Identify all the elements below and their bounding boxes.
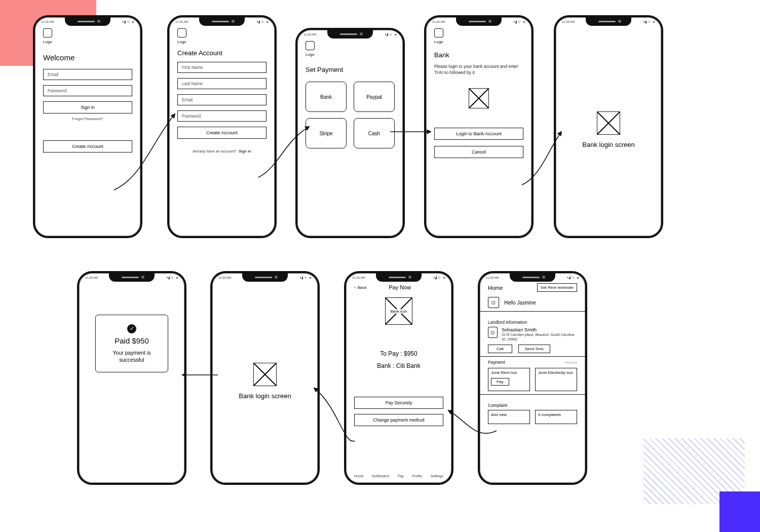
forgot-password-link[interactable]: Forgot Password? xyxy=(43,117,132,121)
payment-section-title: Payment xyxy=(488,360,505,365)
bank-icon-label: Bank icon xyxy=(390,309,408,314)
logo-placeholder xyxy=(177,28,186,37)
landlord-section-title: Landlord information xyxy=(488,320,577,325)
divider xyxy=(480,356,585,357)
logo-placeholder xyxy=(43,28,52,37)
status-icons: ▮◢ ᯤ ▣ xyxy=(567,276,579,279)
complaint-section-title: Complaint xyxy=(488,403,577,408)
already-account-line: Already have an account? Sign in xyxy=(177,149,267,154)
payment-option-stripe[interactable]: Stripe xyxy=(306,118,347,148)
sign-in-button[interactable]: Sign in xyxy=(43,101,132,113)
phone-notch xyxy=(586,17,631,26)
check-circle-icon: ✓ xyxy=(127,324,136,333)
nav-profile[interactable]: Profile xyxy=(412,474,422,478)
login-bank-button[interactable]: Login to Bank Account xyxy=(434,128,523,140)
status-icons: ▮◢ ᯤ ▣ xyxy=(433,276,445,279)
logo-placeholder xyxy=(434,28,443,37)
add-complaint-label: Add new xyxy=(491,412,507,417)
welcome-title: Welcome xyxy=(43,53,132,62)
nav-pay[interactable]: Pay xyxy=(398,474,404,478)
phone-pay-now: 11:25 AM ▮◢ ᯤ ▣ ‹ Back Pay Now Bank icon… xyxy=(344,271,453,485)
pay-rent-button[interactable]: Pay xyxy=(491,378,509,386)
create-account-title: Create Account xyxy=(177,49,267,57)
phone-bank: 11:25 AM ▮◢ ᯤ ▣ Logo Bank Please login t… xyxy=(424,15,534,238)
status-time: 11:25 AM xyxy=(432,20,445,23)
back-row[interactable]: ‹ Back Pay Now xyxy=(354,284,443,290)
pay-now-title: Pay Now xyxy=(368,284,431,290)
status-icons: ▮◢ ᯤ ▣ xyxy=(166,276,178,279)
set-rent-reminder-button[interactable]: Set Rent reminder xyxy=(537,283,577,292)
phone-welcome: 11:25 AM ▮◢ ᯤ ▣ Logo Welcome Email Passw… xyxy=(33,15,142,238)
create-account-submit-button[interactable]: Create Account xyxy=(177,127,267,139)
already-account-text: Already have an account? xyxy=(193,149,237,154)
nav-settings[interactable]: Settings xyxy=(431,474,443,478)
phone-notch xyxy=(510,273,555,282)
first-name-field[interactable]: First Name xyxy=(177,62,267,73)
bottom-nav: Home Notification Pay Profile Settings xyxy=(354,469,443,478)
complaints-count-label: 4 complaints xyxy=(538,412,561,417)
payment-option-bank[interactable]: Bank xyxy=(306,82,347,112)
status-time: 11:25 AM xyxy=(562,20,575,23)
email-field[interactable]: Email xyxy=(177,94,267,105)
password-field[interactable]: Password xyxy=(43,85,132,96)
payment-option-cash[interactable]: Cash xyxy=(354,118,395,148)
phone-bank-login: 11:25 AM ▮◢ ᯤ ▣ Bank login screen xyxy=(554,15,663,238)
electricity-card-label: June Electricity box xyxy=(538,370,573,375)
rent-card: June Rent box Pay xyxy=(488,368,530,391)
logo-placeholder xyxy=(306,41,315,50)
phone-notch xyxy=(327,29,373,39)
send-sms-button[interactable]: Send Sms xyxy=(518,345,550,353)
set-payment-title: Set Payment xyxy=(306,66,395,73)
email-field[interactable]: Email xyxy=(43,69,132,80)
history-link[interactable]: History xyxy=(564,360,577,365)
payment-option-paypal[interactable]: Paypal xyxy=(354,82,395,112)
last-name-field[interactable]: Last Name xyxy=(177,78,267,89)
pay-securely-button[interactable]: Pay Securely xyxy=(354,397,443,409)
bank-login-label: Bank login screen xyxy=(582,141,634,148)
phone-payment-success: 11:25 AM ▮◢ ᯤ ▣ ✓ Paid $950 Your payment… xyxy=(77,271,186,485)
phone-notch xyxy=(109,273,155,282)
bank-login-label: Bank login screen xyxy=(239,392,291,400)
add-complaint-card[interactable]: Add new xyxy=(488,410,530,424)
phone-home: 11:25 AM ▮◢ ᯤ ▣ Home Set Rent reminder ☺… xyxy=(478,271,587,485)
phone-bank-login-2: 11:25 AM ▮◢ ᯤ ▣ Bank login screen xyxy=(210,271,320,485)
create-account-button[interactable]: Create Account xyxy=(43,140,132,153)
status-icons: ▮◢ ᯤ ▣ xyxy=(513,20,525,23)
landlord-name: Sebastian Smith xyxy=(502,327,577,332)
status-time: 11:25 AM xyxy=(85,276,98,279)
success-card: ✓ Paid $950 Your payment is successful xyxy=(95,315,168,372)
user-avatar-icon: ☺ xyxy=(488,297,499,308)
logo-label: Logo xyxy=(306,52,395,57)
phone-notch xyxy=(242,273,288,282)
back-label: Back xyxy=(358,285,367,290)
divider xyxy=(480,311,585,312)
logo-label: Logo xyxy=(43,40,132,44)
complaints-count-card[interactable]: 4 complaints xyxy=(535,410,577,424)
phone-set-payment: 11:25 AM ▮◢ ᯤ ▣ Logo Set Payment Bank Pa… xyxy=(295,28,405,238)
cancel-button[interactable]: Cancel xyxy=(434,146,523,158)
call-button[interactable]: Call xyxy=(488,345,512,353)
divider xyxy=(480,394,585,395)
password-field[interactable]: Password xyxy=(177,110,267,122)
phone-notch xyxy=(65,17,110,26)
chevron-left-icon: ‹ xyxy=(354,285,356,290)
nav-home[interactable]: Home xyxy=(354,474,364,478)
status-time: 11:25 AM xyxy=(303,33,316,36)
rent-card-label: June Rent box xyxy=(491,370,517,375)
status-time: 11:25 AM xyxy=(486,276,499,279)
phone-notch xyxy=(199,17,245,26)
status-icons: ▮◢ ᯤ ▣ xyxy=(385,33,397,36)
payment-method-grid: Bank Paypal Stripe Cash xyxy=(306,82,395,148)
bank-title: Bank xyxy=(434,51,523,59)
status-icons: ▮◢ ᯤ ▣ xyxy=(256,20,269,23)
status-time: 11:25 AM xyxy=(352,276,365,279)
status-time: 11:25 AM xyxy=(41,20,54,23)
paid-amount: Paid $950 xyxy=(101,336,163,345)
sign-in-link[interactable]: Sign in xyxy=(239,149,251,154)
wireframe-canvas: 11:25 AM ▮◢ ᯤ ▣ Logo Welcome Email Passw… xyxy=(0,0,760,532)
status-icons: ▮◢ ᯤ ▣ xyxy=(299,276,312,279)
nav-notification[interactable]: Notification xyxy=(372,474,390,478)
status-time: 11:25 AM xyxy=(218,276,231,279)
logo-label: Logo xyxy=(434,40,523,44)
change-payment-method-button[interactable]: Change payment method xyxy=(354,414,443,426)
